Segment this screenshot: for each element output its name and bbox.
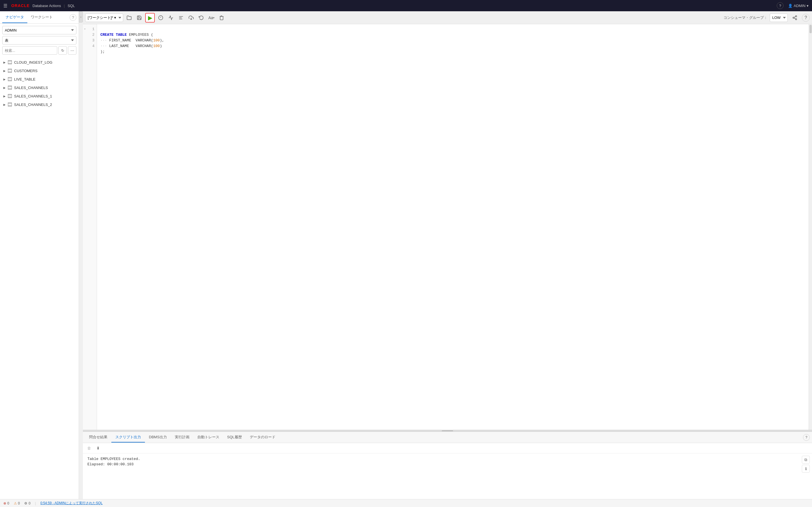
toolbar-group-actions: Aa ▾ [156,13,226,22]
tree-item-sales-channels-1[interactable]: ▶ SALES_CHANNELS_1 [0,92,79,100]
refresh-button[interactable]: ↻ [58,46,67,55]
bottom-tabs: 問合せ結果 スクリプト出力 DBMS出力 実行計画 自動トレース SQL履歴 デ… [83,432,812,443]
editor-gutter: ▾ 1 2 3 4 [83,24,97,430]
sidebar: ナビゲータ ワークシート ? ADMIN 表 ↻ ⋯ [0,11,79,499]
autotrace-button[interactable] [166,13,175,22]
font-button[interactable]: Aa ▾ [207,13,216,22]
output-line-2: Elapsed: 00:00:00.103 [87,462,808,466]
bottom-content: Table EMPLOYEES created. Elapsed: 00:00:… [83,453,812,499]
tree-label: CUSTOMERS [14,69,38,73]
tab-script-output[interactable]: スクリプト出力 [111,432,145,443]
sidebar-tab-worksheet[interactable]: ワークシート [28,12,56,23]
load-button[interactable] [186,13,196,22]
sidebar-tabs: ナビゲータ ワークシート ? [0,11,79,24]
bottom-help-button[interactable]: ? [803,434,810,441]
error-count: 0 [7,501,9,505]
info-button[interactable]: ℹ [802,465,810,473]
status-log-text[interactable]: 0:54:59 - ADMINによって実行されたSQL [40,501,103,506]
bottom-right-buttons: ⧉ ℹ [802,456,810,473]
tree-item-sales-channels-2[interactable]: ▶ SALES_CHANNELS_2 [0,100,79,109]
topbar: ☰ ORACLE Database Actions | SQL ? 👤 ADMI… [0,0,812,11]
right-panel: [ワークシート]* ▾ ▶ [83,11,812,499]
consumer-group-section: コンシューマ・グループ： LOW ? [723,13,810,22]
table-icon [8,60,12,64]
tree-item-customers[interactable]: ▶ CUSTOMERS [0,66,79,75]
svg-point-8 [793,17,794,18]
gear-icon: ⚙ [24,501,28,505]
tab-autotrace[interactable]: 自動トレース [193,432,223,443]
search-input[interactable] [2,46,57,55]
tab-query-results[interactable]: 問合せ結果 [85,432,111,443]
consumer-share-button[interactable] [790,13,800,22]
clear-output-button[interactable]: 🗑 [85,444,93,452]
error-status: ⊗ 0 [3,501,9,505]
table-icon [8,94,12,98]
warning-count: 0 [18,501,20,505]
tree-arrow-icon: ▶ [3,69,6,72]
tree-label: SALES_CHANNELS_2 [14,103,52,107]
tab-sql-history[interactable]: SQL履歴 [223,432,246,443]
delete-button[interactable] [217,13,226,22]
toolbar-group-files [124,13,144,22]
tree-arrow-icon: ▶ [3,95,6,98]
explain-plan-button[interactable] [156,13,165,22]
topbar-user-menu[interactable]: 👤 ADMIN ▾ [788,4,809,8]
run-script-button[interactable]: ▶ [145,13,155,22]
bottom-panel: 問合せ結果 スクリプト出力 DBMS出力 実行計画 自動トレース SQL履歴 デ… [83,432,812,499]
menu-icon[interactable]: ☰ [3,3,7,8]
line-number-4: 4 [83,43,97,49]
consumer-group-select[interactable]: LOW [770,13,788,22]
topbar-help-button[interactable]: ? [777,2,783,9]
status-separator: | [35,501,36,505]
worksheet-select[interactable]: [ワークシート]* ▾ [85,13,123,22]
sidebar-controls: ADMIN 表 ↻ ⋯ [0,24,79,57]
tab-execution-plan[interactable]: 実行計画 [171,432,193,443]
download-output-button[interactable]: ⬇ [94,444,102,452]
tree-item-cloud-ingest-log[interactable]: ▶ CLOUD_INGEST_LOG [0,58,79,66]
scrollbar-thumb [809,25,812,33]
tree-label: LIVE_TABLE [14,77,36,81]
tree-list: ▶ CLOUD_INGEST_LOG ▶ CUSTOMERS ▶ LIVE_TA… [0,57,79,499]
editor-scrollbar[interactable] [809,24,812,430]
sidebar-help-button[interactable]: ? [70,14,77,21]
svg-line-11 [794,16,795,17]
play-icon: ▶ [148,14,152,21]
page-title: SQL [68,4,75,8]
bottom-toolbar: 🗑 ⬇ [83,443,812,453]
copy-button[interactable]: ⧉ [802,456,810,464]
tree-item-sales-channels[interactable]: ▶ SALES_CHANNELS [0,83,79,92]
tree-item-live-table[interactable]: ▶ LIVE_TABLE [0,75,79,83]
tree-label: SALES_CHANNELS_1 [14,94,52,98]
schema-select-row: ADMIN [2,26,77,34]
user-chevron: ▾ [807,4,809,8]
search-row: ↻ ⋯ [2,46,77,55]
oracle-logo: ORACLE [11,3,30,8]
table-icon [8,69,12,73]
toolbar-help-button[interactable]: ? [802,14,810,22]
more-options-button[interactable]: ⋯ [68,46,77,55]
fold-arrow-icon: ▾ [84,26,86,32]
sidebar-collapse-button[interactable]: ‹ [79,11,83,22]
open-folder-button[interactable] [124,13,134,22]
title-separator: | [64,4,64,8]
save-button[interactable] [135,13,144,22]
object-type-select[interactable]: 表 [2,36,77,45]
tab-dbms-output[interactable]: DBMS出力 [145,432,171,443]
tab-data-load[interactable]: データのロード [246,432,280,443]
format-button[interactable] [176,13,186,22]
gear-status: ⚙ 0 [24,501,31,505]
topbar-right: ? 👤 ADMIN ▾ [777,2,809,9]
editor-content[interactable]: CREATE TABLE EMPLOYEES ( ··· FIRST_NAME … [97,24,812,430]
tree-arrow-icon: ▶ [3,78,6,81]
schema-select[interactable]: ADMIN [2,26,77,34]
sidebar-tab-navigator[interactable]: ナビゲータ [2,12,28,23]
error-icon: ⊗ [3,501,6,505]
svg-point-9 [795,18,797,20]
tree-arrow-icon: ▶ [3,86,6,89]
history-button[interactable] [197,13,206,22]
user-name: ADMIN [794,4,806,8]
toolbar: [ワークシート]* ▾ ▶ [83,11,812,24]
line-number-2: 2 [83,32,97,38]
tree-label: SALES_CHANNELS [14,86,48,90]
main-layout: ナビゲータ ワークシート ? ADMIN 表 ↻ ⋯ [0,11,812,499]
